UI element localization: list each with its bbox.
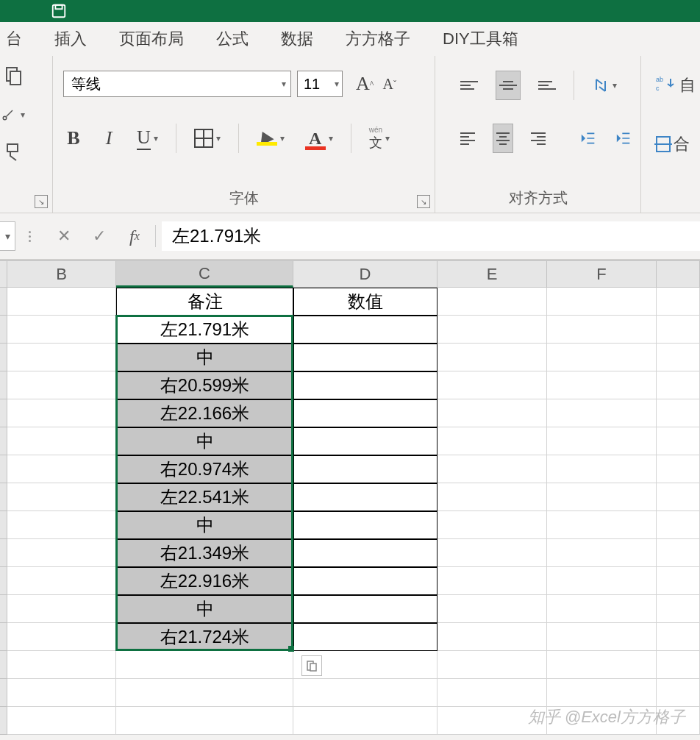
cell-B2[interactable] <box>7 316 116 344</box>
col-header-C[interactable]: C <box>116 261 293 288</box>
cell-G14[interactable] <box>657 651 700 679</box>
cell-C16[interactable] <box>116 707 293 735</box>
format-painter-icon[interactable] <box>1 141 25 165</box>
shrink-font-button[interactable]: Aˇ <box>382 73 396 95</box>
tab-diy[interactable]: DIY工具箱 <box>426 21 535 57</box>
align-center-button[interactable] <box>493 124 513 153</box>
enter-button[interactable]: ✓ <box>85 221 114 251</box>
cell-B10[interactable] <box>7 539 116 567</box>
cell-F13[interactable] <box>547 623 657 651</box>
row-header[interactable] <box>0 427 7 455</box>
align-bottom-button[interactable] <box>535 71 559 100</box>
font-name-select[interactable]: 等线 ▾ <box>63 71 291 97</box>
row-header[interactable] <box>0 455 7 483</box>
spreadsheet-grid[interactable]: B C D E F 备注数值左21.791米中右20.599米左22.166米中… <box>0 260 700 735</box>
cell-B14[interactable] <box>7 651 116 679</box>
cell-B8[interactable] <box>7 483 116 511</box>
cell-G12[interactable] <box>657 595 700 623</box>
cell-C9[interactable]: 中 <box>116 511 293 539</box>
cell-E1[interactable] <box>438 288 547 316</box>
cell-C6[interactable]: 中 <box>116 427 293 455</box>
cell-F4[interactable] <box>547 371 657 399</box>
col-header-G[interactable] <box>657 261 700 288</box>
cell-G15[interactable] <box>657 679 700 707</box>
font-color-button[interactable]: A ▾ <box>302 124 336 153</box>
cell-B1[interactable] <box>7 288 116 316</box>
cell-F7[interactable] <box>547 455 657 483</box>
cell-C7[interactable]: 右20.974米 <box>116 455 293 483</box>
cell-F11[interactable] <box>547 567 657 595</box>
cell-C3[interactable]: 中 <box>116 344 293 371</box>
cell-B5[interactable] <box>7 399 116 427</box>
tab-data[interactable]: 数据 <box>265 21 329 57</box>
cell-E6[interactable] <box>438 427 547 455</box>
cell-E14[interactable] <box>438 651 547 679</box>
merge-center-button[interactable]: 合 <box>656 124 690 165</box>
cell-D11[interactable] <box>293 567 438 595</box>
align-middle-button[interactable] <box>496 71 521 100</box>
cell-B4[interactable] <box>7 371 116 399</box>
cell-E4[interactable] <box>438 371 547 399</box>
cell-F2[interactable] <box>547 316 657 344</box>
cell-C4[interactable]: 右20.599米 <box>116 371 293 399</box>
cell-C5[interactable]: 左22.166米 <box>116 399 293 427</box>
cell-G3[interactable] <box>657 344 700 371</box>
row-header[interactable] <box>0 651 7 679</box>
cell-F8[interactable] <box>547 483 657 511</box>
cell-D3[interactable] <box>293 344 438 371</box>
cell-G11[interactable] <box>657 567 700 595</box>
cell-G13[interactable] <box>657 623 700 651</box>
cell-E15[interactable] <box>438 679 547 707</box>
cell-B6[interactable] <box>7 427 116 455</box>
cell-B11[interactable] <box>7 567 116 595</box>
cell-B16[interactable] <box>7 707 116 735</box>
col-header-D[interactable]: D <box>293 261 438 288</box>
row-header[interactable] <box>0 539 7 567</box>
cell-E2[interactable] <box>438 316 547 344</box>
cell-E12[interactable] <box>438 595 547 623</box>
row-header[interactable] <box>0 483 7 511</box>
paste-options-button[interactable] <box>301 655 322 676</box>
borders-button[interactable]: ▾ <box>191 124 224 153</box>
cell-D13[interactable] <box>293 623 438 651</box>
cell-F10[interactable] <box>547 539 657 567</box>
name-box-dropdown[interactable]: ▾ <box>0 221 15 251</box>
increase-indent-button[interactable] <box>613 124 634 153</box>
underline-button[interactable]: U▾ <box>134 124 161 153</box>
cell-G5[interactable] <box>657 399 700 427</box>
italic-button[interactable]: I <box>99 124 119 153</box>
cell-E8[interactable] <box>438 483 547 511</box>
col-header-F[interactable]: F <box>547 261 657 288</box>
clipboard-dialog-launcher[interactable]: ↘ <box>35 195 48 208</box>
cancel-button[interactable]: ✕ <box>49 221 79 251</box>
cell-B12[interactable] <box>7 595 116 623</box>
cell-G7[interactable] <box>657 455 700 483</box>
cell-F12[interactable] <box>547 595 657 623</box>
cell-D4[interactable] <box>293 371 438 399</box>
cell-C14[interactable] <box>116 651 293 679</box>
row-header[interactable] <box>0 567 7 595</box>
align-right-button[interactable] <box>528 124 549 153</box>
copy-icon[interactable] <box>1 65 25 88</box>
cell-F3[interactable] <box>547 344 657 371</box>
orientation-button[interactable]: ▾ <box>589 71 620 100</box>
cell-G1[interactable] <box>657 288 700 316</box>
cell-E5[interactable] <box>438 399 547 427</box>
font-dialog-launcher[interactable]: ↘ <box>417 195 430 208</box>
cell-D2[interactable] <box>293 316 438 344</box>
cell-B15[interactable] <box>7 679 116 707</box>
cell-D6[interactable] <box>293 427 438 455</box>
cell-E7[interactable] <box>438 455 547 483</box>
decrease-indent-button[interactable] <box>578 124 599 153</box>
cell-D10[interactable] <box>293 539 438 567</box>
cell-C11[interactable]: 左22.916米 <box>116 567 293 595</box>
cell-F15[interactable] <box>547 679 657 707</box>
bold-button[interactable]: B <box>63 124 84 153</box>
cell-D7[interactable] <box>293 455 438 483</box>
cell-C10[interactable]: 右21.349米 <box>116 539 293 567</box>
align-top-button[interactable] <box>457 71 481 100</box>
cell-C2[interactable]: 左21.791米 <box>116 316 293 344</box>
tab-formulas[interactable]: 公式 <box>200 21 265 57</box>
cell-F5[interactable] <box>547 399 657 427</box>
fill-color-button[interactable]: ▾ <box>254 124 288 153</box>
